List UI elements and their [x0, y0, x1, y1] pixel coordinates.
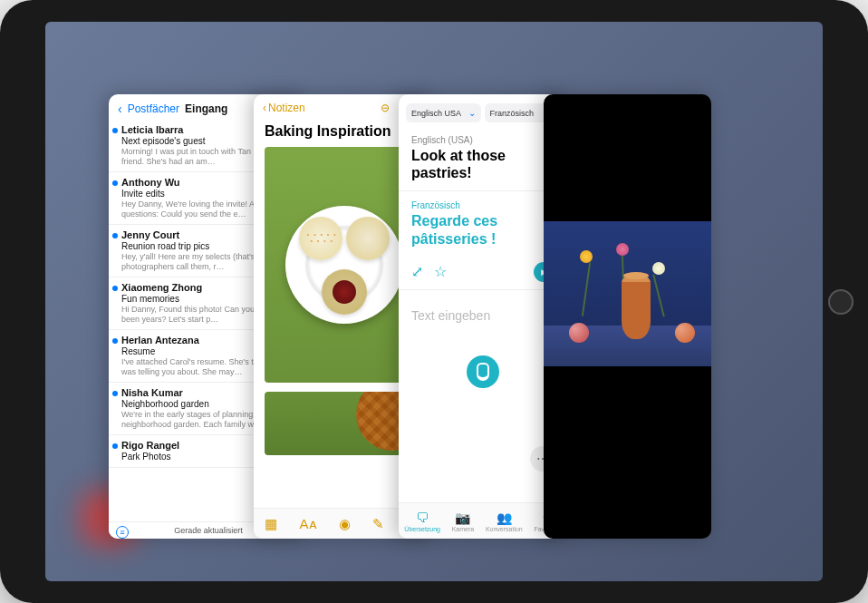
tab-label: Konversation — [486, 526, 523, 532]
translate-actions: ⤢ ☆ — [399, 257, 566, 289]
translate-tabbar: 🗨Übersetzung 📷Kamera 👥Konversation ★Favo… — [399, 502, 566, 539]
app-card-translate[interactable]: 文A Übersetzen Englisch USA ⌄ Französisch… — [399, 94, 566, 539]
draw-icon[interactable]: ✎ — [372, 516, 384, 532]
checklist-icon[interactable]: ⊖ — [381, 102, 390, 114]
notes-back-label: Notizen — [268, 102, 305, 114]
format-icon[interactable]: Aᴀ — [300, 516, 317, 532]
mail-status-text: Gerade aktualisiert — [174, 526, 243, 535]
text-input-placeholder[interactable]: Text eingeben — [399, 290, 566, 341]
favorite-icon[interactable]: ☆ — [434, 263, 447, 280]
camera-icon[interactable]: ◉ — [339, 516, 351, 532]
dst-text: Regarde ces pâtisseries ! — [411, 212, 554, 247]
ipad-device-frame: Mail Eingang ‹ Postfächer Eingang Letici… — [0, 0, 868, 603]
notes-back-button[interactable]: ‹ Notizen — [263, 102, 305, 114]
src-lang-label: Englisch (USA) — [411, 135, 554, 145]
src-text: Look at those pastries! — [411, 147, 554, 181]
expand-icon[interactable]: ⤢ — [411, 263, 423, 280]
table-icon[interactable]: ▦ — [265, 516, 277, 532]
tab-camera[interactable]: 📷Kamera — [452, 511, 475, 532]
source-block: Englisch (USA) Look at those pastries! — [399, 131, 566, 191]
mail-back-button[interactable]: Postfächer — [128, 102, 179, 115]
lang-from-selector[interactable]: Englisch USA ⌄ — [406, 103, 481, 122]
chevron-left-icon: ‹ — [263, 102, 266, 114]
dest-block: Französisch Regarde ces pâtisseries ! — [399, 191, 566, 256]
tab-conversation[interactable]: 👥Konversation — [486, 511, 523, 532]
app-card-photos[interactable]: Fotos — [544, 94, 711, 539]
tab-translate[interactable]: 🗨Übersetzung — [404, 511, 440, 532]
photo-still-life — [544, 221, 711, 366]
camera-tab-icon: 📷 — [455, 511, 470, 525]
tab-label: Kamera — [452, 526, 475, 532]
home-button[interactable] — [828, 289, 854, 315]
people-tab-icon: 👥 — [497, 511, 512, 525]
chevron-left-icon[interactable]: ‹ — [118, 102, 122, 116]
app-switcher[interactable]: Mail Eingang ‹ Postfächer Eingang Letici… — [45, 22, 823, 581]
mail-inbox-title: Eingang — [185, 102, 227, 115]
chevron-down-icon: ⌄ — [468, 108, 476, 118]
language-selectors: Englisch USA ⌄ Französisch ⌄ — [399, 94, 566, 131]
screen: Mail Eingang ‹ Postfächer Eingang Letici… — [45, 22, 823, 581]
microphone-button[interactable] — [467, 355, 499, 388]
lang-from-label: Englisch USA — [411, 109, 461, 118]
filter-icon[interactable] — [116, 526, 129, 539]
translate-tab-icon: 🗨 — [416, 511, 429, 525]
tab-label: Übersetzung — [404, 526, 440, 532]
lang-to-label: Französisch — [490, 109, 535, 118]
dst-lang-label: Französisch — [411, 200, 554, 210]
